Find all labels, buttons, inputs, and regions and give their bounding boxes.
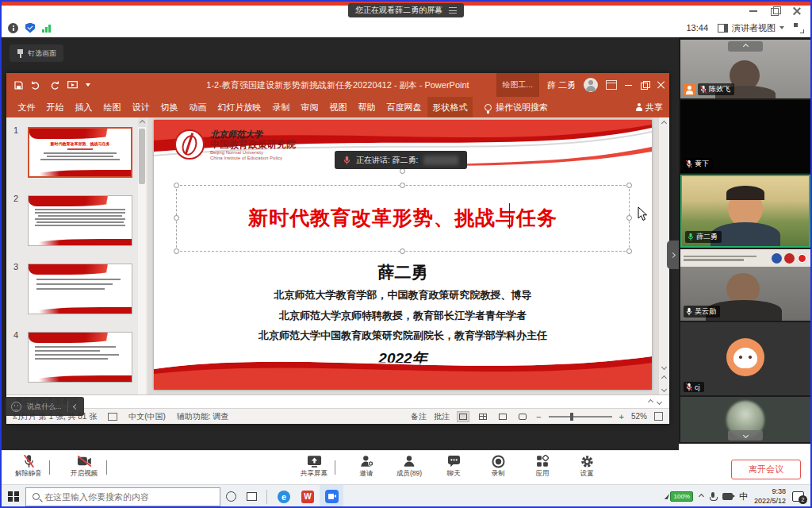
battery-indicator[interactable]: 100%: [665, 491, 692, 502]
language-status[interactable]: 中文(中国): [128, 411, 166, 422]
participant-video[interactable]: cj: [680, 322, 810, 395]
participant-video[interactable]: 黄下: [680, 100, 810, 173]
ribbon-display-icon[interactable]: [606, 80, 617, 90]
tab-file[interactable]: 文件: [13, 97, 40, 117]
fullscreen-icon[interactable]: [794, 23, 804, 33]
share-screen-button[interactable]: 共享屏幕: [297, 454, 331, 479]
tab-insert[interactable]: 插入: [70, 97, 98, 117]
redo-icon[interactable]: [49, 81, 59, 90]
ppt-close-button[interactable]: [657, 81, 665, 89]
accessibility-status[interactable]: 辅助功能: 调查: [177, 411, 229, 422]
participant-video[interactable]: [680, 397, 810, 442]
expand-videos-button[interactable]: [728, 430, 763, 441]
scroll-up-button[interactable]: [659, 117, 669, 129]
close-button[interactable]: [792, 6, 801, 15]
mic-options-caret[interactable]: [49, 460, 50, 475]
chat-button[interactable]: 聊天: [436, 454, 471, 479]
security-shield-icon[interactable]: [25, 23, 35, 33]
browser-app-button[interactable]: e: [272, 485, 296, 508]
tab-home[interactable]: 开始: [41, 97, 69, 117]
tray-expand-icon[interactable]: [699, 494, 704, 499]
task-view-button[interactable]: [241, 485, 262, 508]
invite-button[interactable]: 邀请: [349, 454, 384, 479]
normal-view-button[interactable]: [457, 411, 469, 422]
tab-help[interactable]: 帮助: [353, 97, 381, 117]
share-button[interactable]: 共享: [636, 102, 663, 114]
ppt-restore-button[interactable]: [641, 81, 649, 89]
scroll-up-icon[interactable]: [139, 119, 144, 125]
view-mode-selector[interactable]: 演讲者视图: [718, 22, 784, 34]
tab-shape-format[interactable]: 形状格式: [427, 97, 473, 117]
reading-view-button[interactable]: [496, 411, 509, 422]
participant-video[interactable]: 陈效飞: [680, 40, 810, 98]
drawing-tools-tab[interactable]: 绘图工...: [496, 73, 539, 97]
account-avatar[interactable]: [584, 78, 598, 92]
toast-menu-icon[interactable]: [449, 7, 457, 13]
zoom-in-button[interactable]: +: [619, 412, 624, 421]
tray-camera-icon[interactable]: [722, 493, 733, 500]
undo-icon[interactable]: [31, 81, 41, 90]
resize-handle[interactable]: [626, 183, 632, 188]
slide-thumbnail-1[interactable]: 新时代教育改革形势、挑战与任务: [28, 127, 132, 178]
comments-toggle[interactable]: 批注: [434, 411, 450, 422]
emoji-icon[interactable]: [11, 402, 21, 412]
members-button[interactable]: 成员(89): [392, 454, 427, 479]
resize-handle[interactable]: [400, 248, 405, 254]
video-options-caret[interactable]: [106, 460, 107, 475]
tab-transitions[interactable]: 切换: [155, 97, 183, 117]
sidebar-collapse-tab[interactable]: [667, 241, 679, 269]
tab-view[interactable]: 视图: [324, 97, 352, 117]
slide-sorter-view-button[interactable]: [477, 411, 489, 422]
display-settings-icon[interactable]: [108, 413, 117, 421]
slide-thumbnail-3[interactable]: [28, 264, 132, 314]
apps-button[interactable]: 应用: [525, 454, 560, 479]
slideshow-view-button[interactable]: [516, 411, 529, 422]
slide-bio-line[interactable]: 北京师范大学京师特聘教授，教育部长江学者青年学者: [154, 309, 652, 323]
search-input[interactable]: [44, 492, 195, 502]
slide-title-text[interactable]: 新时代教育改革形势、挑战与任务: [177, 205, 629, 231]
unmute-button[interactable]: 解除静音: [11, 454, 46, 479]
slide-bio-line[interactable]: 北京师范大学教育学部，中国教育政策研究院教授、博导: [154, 288, 652, 302]
collapse-chat-icon[interactable]: [72, 403, 78, 409]
resize-handle[interactable]: [174, 183, 179, 188]
notes-toggle[interactable]: 备注: [411, 411, 427, 422]
title-textbox-selected[interactable]: 新时代教育改革形势、挑战与任务: [176, 185, 630, 252]
zoom-slider-handle[interactable]: [570, 413, 573, 421]
resize-handle[interactable]: [400, 183, 405, 188]
slide-thumbnail-2[interactable]: [28, 195, 132, 246]
save-icon[interactable]: [14, 81, 23, 90]
cortana-button[interactable]: [220, 485, 241, 508]
meeting-info-icon[interactable]: [8, 23, 18, 33]
taskbar-search[interactable]: [25, 487, 220, 506]
action-center-icon[interactable]: 2: [792, 491, 804, 502]
resize-handle[interactable]: [174, 248, 179, 254]
chat-quick-entry[interactable]: 说点什么...: [5, 397, 84, 416]
tab-review[interactable]: 审阅: [296, 97, 324, 117]
settings-button[interactable]: 设置: [569, 454, 604, 479]
account-name[interactable]: 薛 二勇: [547, 79, 576, 91]
ime-indicator[interactable]: 中: [739, 491, 748, 502]
share-options-caret[interactable]: [335, 460, 335, 475]
scroll-down-button[interactable]: [659, 361, 669, 372]
tab-baidu-netdisk[interactable]: 百度网盘: [381, 97, 427, 117]
ppt-minimize-button[interactable]: [625, 81, 633, 89]
fit-slide-icon[interactable]: [654, 412, 663, 421]
leave-meeting-button[interactable]: 离开会议: [731, 460, 801, 479]
collapse-videos-button[interactable]: [728, 41, 763, 52]
slide-thumbnail-4[interactable]: [28, 332, 132, 383]
meeting-app-button[interactable]: [320, 485, 343, 508]
slide-author[interactable]: 薛二勇: [154, 261, 652, 283]
restore-button[interactable]: [771, 6, 779, 15]
wps-app-button[interactable]: W: [296, 485, 320, 508]
notes-pane[interactable]: 单击此处添加备注: [6, 394, 669, 408]
zoom-slider[interactable]: [549, 416, 612, 418]
start-button[interactable]: [2, 485, 25, 508]
participant-video[interactable]: 吴云勋: [680, 249, 810, 321]
tell-me-search[interactable]: 操作说明搜索: [485, 102, 548, 114]
tab-slideshow[interactable]: 幻灯片放映: [213, 97, 266, 117]
notes-scroll-down-icon[interactable]: [657, 398, 662, 404]
zoom-level[interactable]: 52%: [631, 412, 647, 421]
tray-mic-icon[interactable]: [710, 492, 716, 502]
tab-animations[interactable]: 动画: [184, 97, 212, 117]
resize-handle[interactable]: [626, 248, 632, 254]
